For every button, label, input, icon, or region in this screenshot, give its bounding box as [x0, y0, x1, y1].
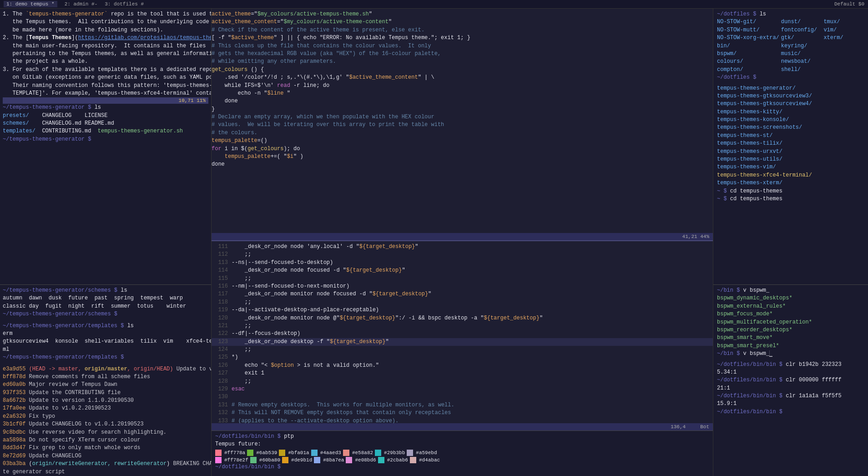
default-label: Default $0	[834, 1, 864, 7]
r-themes-9: tempus-themes-urxvt/	[717, 148, 864, 156]
swatch-2	[247, 450, 253, 456]
clr-2r: 21:1	[717, 385, 864, 392]
status-bar-bottom: 136,4 Bot	[212, 423, 713, 430]
tempus-future: Tempus future:	[215, 441, 709, 448]
bspwm-1: bspwm_dynamic_desktops*	[717, 294, 864, 302]
dir-13: bspwm/	[717, 50, 779, 58]
bspwm-3: bspwm_focus_mode*	[717, 310, 864, 318]
git-log-7: e2a6320 Fix typo	[3, 413, 208, 420]
right-panel: ~/dotfiles $ ls NO-STOW-git/dunst/tmux/ …	[713, 9, 868, 476]
dir-17: newsboat/	[781, 58, 822, 66]
clr-3: ~/dotfiles/bin/bin $ clr 1a1a1a f5f5f5	[717, 392, 864, 400]
tab3[interactable]: 3: dotfiles #	[105, 1, 144, 7]
code-22: tempus_palette+=( "$i" )	[212, 153, 713, 161]
code-15: }	[212, 106, 713, 113]
right-bottom-pane: ~/bin $ v bspwm_ bspwm_dynamic_desktops*…	[713, 285, 868, 476]
doc-line-3b: on GitLab (exceptions are generic data f…	[3, 74, 208, 81]
bspwm-6: bspwm_smart_move*	[717, 334, 864, 342]
ls-output-2: schemes/ CHANGELOG.md README.md	[3, 120, 208, 127]
schemes-2: classic day fugit night rift summer totu…	[3, 303, 208, 310]
doc-line-1b: the Tempus themes. All contributions to …	[3, 18, 208, 26]
doc-line-2b: the main user-facing repository. It cont…	[3, 42, 208, 50]
code-133: 133# (applies to the --activate-desktop …	[212, 417, 713, 423]
git-log-5: 8a6672b Update to version 1.1.0.20190530	[3, 397, 208, 405]
git-log-8: 3b1cf0f Update CHANGELOG to v1.0.1.20190…	[3, 420, 208, 428]
top-bar: 1: demo tempus * 2: admin #- 3: dotfiles…	[0, 0, 868, 9]
git-log-9: 9c8bdbc Use reverse video for search hig…	[3, 429, 208, 436]
git-log-6: 17fa0ee Update to v1.0.2.20190523	[3, 405, 208, 412]
final-prompt: ~/dotfiles/bin/bin $	[215, 463, 709, 471]
dir-9: xterm/	[823, 34, 864, 42]
templates-prompt: ~/tempus-themes-generator/templates $ ls	[3, 322, 208, 330]
dir-3: tmux/	[823, 18, 864, 26]
templates-2: gtksourceview4 konsole shell-variables t…	[3, 338, 208, 345]
code-131: 131# Remove empty desktops. This works f…	[212, 401, 713, 409]
tab2[interactable]: 2: admin #-	[65, 1, 98, 7]
code-129: 129esac	[212, 385, 713, 393]
main-layout: 1. The `tempus-themes-generator` repo is…	[0, 9, 868, 476]
code-8: # gets the hexadecimal RGB value (aka "H…	[212, 50, 713, 58]
editor-bottom[interactable]: 111 _desk_or_node node 'any.local' -d "$…	[212, 241, 713, 423]
git-log-3: ed60a0b Major review of Tempus Dawn	[3, 381, 208, 389]
color-swatches-row: #ff778a #6ab539 #bfa01a #4aaed3 #e58a82 …	[215, 450, 709, 456]
bspwm-prompt: ~/bin $ v bspwm_	[717, 287, 864, 294]
code-13: echo -n "$line "	[212, 90, 713, 97]
dir-1: NO-STOW-git/	[717, 18, 779, 26]
dir-6: vim/	[823, 26, 864, 34]
git-log-13: 03ba3ba (origin/rewriteGenerator, rewrit…	[3, 460, 208, 468]
dir-20: shell/	[781, 66, 822, 74]
code-1: active_theme="$my_colours/active-tempus-…	[212, 10, 713, 18]
doc-line-2c: pertaining to the Tempus themes, as well…	[3, 50, 208, 58]
templates-1: erm	[3, 330, 208, 338]
dir-2: dunst/	[781, 18, 822, 26]
git-log-10: aa5898a Do not specify XTerm cursor colo…	[3, 436, 208, 444]
swatch-12	[346, 457, 352, 463]
code-130: 130	[212, 393, 713, 401]
code-112: 112 ;;	[212, 251, 713, 258]
bspwm-prompt2: ~/bin $ v bspwm_█	[717, 350, 864, 358]
code-9: # while omitting any other parameters.	[212, 58, 713, 66]
code-116: 116--nm|--send-focused-to-next-monitor)	[212, 283, 713, 290]
tab1[interactable]: 1: demo tempus *	[4, 1, 57, 7]
code-20: tempus_palette=()	[212, 137, 713, 145]
doc-line-1c: be made here (more in the following sect…	[3, 26, 208, 34]
git-log-1: e3a9d55 (HEAD -> master, origin/master, …	[3, 365, 208, 373]
left-bottom-pane: ~/tempus-themes-generator/schemes $ ls a…	[0, 285, 211, 476]
r-themes-8: tempus-themes-tilix/	[717, 140, 864, 147]
bspwm-2: bspwm_external_rules*	[717, 303, 864, 310]
swatch-3	[279, 450, 285, 456]
dir-7: NO-STOW-xorg-extra/	[717, 34, 779, 42]
dir-14: music/	[781, 50, 822, 58]
editor-top[interactable]: active_theme="$my_colours/active-tempus-…	[212, 9, 713, 233]
bspwm-5: bspwm_reorder_desktops*	[717, 326, 864, 334]
prompt-gen1: ~/tempus-themes-generator $	[3, 136, 208, 143]
code-19: # the colours.	[212, 129, 713, 137]
vim-pos-bottom: 136,4	[671, 424, 686, 430]
git-log-11: 8dd3d47 Fix grep to only match whole wor…	[3, 444, 208, 452]
git-log-2: bff878d Remove comments from all scheme …	[3, 373, 208, 381]
code-118: 118 ;;	[212, 299, 713, 306]
code-14: done	[212, 97, 713, 105]
dir-15	[823, 50, 864, 58]
swatch-13	[378, 457, 384, 463]
r-themes-xfce4: tempus-themes-xfce4-terminal/	[717, 172, 864, 179]
left-panel: 1. The `tempus-themes-generator` repo is…	[0, 9, 212, 476]
code-17: # Declare an empty array, which we then …	[212, 113, 713, 121]
code-117: 117 _desk_or_node monitor node focused -…	[212, 290, 713, 298]
code-121: 121 ;;	[212, 322, 713, 330]
code-115: 115 ;;	[212, 275, 713, 283]
clr-3r: 15.9:1	[717, 400, 864, 408]
vim-pos-mid: 41,21 44%	[682, 234, 709, 239]
bspwm-4: bspwm_multifaceted_operation*	[717, 319, 864, 326]
r-cd-1: ~ $ cd tempus-themes	[717, 187, 864, 195]
doc-line-2d: the project as a whole.	[3, 58, 208, 66]
git-log-4: 937f353 Update the CONTRIBUTING file	[3, 389, 208, 397]
r-themes-10: tempus-themes-utils/	[717, 156, 864, 163]
swatch-5	[343, 450, 349, 456]
code-122: 122--df|--focus-desktop)	[212, 330, 713, 338]
code-113: 113--ns|--send-focused-to-desktop)	[212, 259, 713, 267]
swatch-9	[250, 457, 257, 463]
vim-status-top: 10,71 11%	[3, 97, 208, 104]
r-themes-5: tempus-themes-konsole/	[717, 116, 864, 124]
git-log-14: te generator script	[3, 468, 208, 476]
